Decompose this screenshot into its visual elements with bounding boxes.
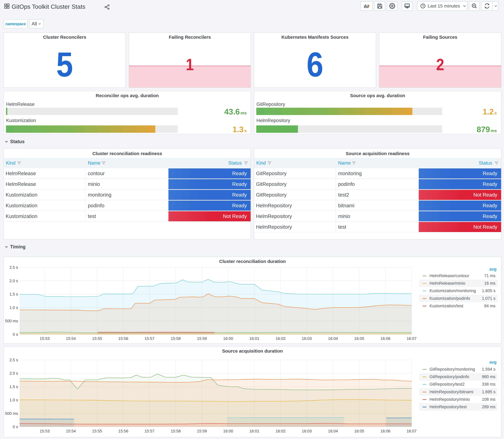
- svg-text:16:02: 16:02: [276, 429, 285, 433]
- svg-text:15:54: 15:54: [66, 336, 76, 341]
- svg-text:1.0 s: 1.0 s: [10, 398, 18, 402]
- svg-text:16:03: 16:03: [302, 336, 312, 341]
- svg-text:16:00: 16:00: [223, 336, 233, 341]
- svg-text:16:00: 16:00: [223, 429, 233, 433]
- svg-text:15:55: 15:55: [92, 429, 102, 433]
- svg-text:16:04: 16:04: [328, 336, 338, 341]
- svg-text:16:06: 16:06: [380, 429, 390, 433]
- svg-text:2.5 s: 2.5 s: [10, 358, 18, 362]
- svg-text:500 ms: 500 ms: [5, 411, 18, 416]
- svg-text:16:01: 16:01: [249, 336, 259, 341]
- svg-text:16:05: 16:05: [354, 429, 364, 433]
- svg-text:15:58: 15:58: [171, 429, 181, 433]
- svg-text:15:54: 15:54: [66, 429, 76, 433]
- svg-text:0 s: 0 s: [13, 425, 18, 429]
- svg-text:500 ms: 500 ms: [5, 319, 18, 323]
- svg-text:16:06: 16:06: [380, 336, 390, 341]
- svg-text:1.0 s: 1.0 s: [10, 305, 18, 310]
- svg-text:15:58: 15:58: [171, 336, 181, 341]
- svg-text:1.5 s: 1.5 s: [10, 292, 18, 296]
- svg-text:15:55: 15:55: [92, 336, 102, 341]
- svg-text:1.5 s: 1.5 s: [10, 384, 18, 389]
- svg-text:2.0 s: 2.0 s: [10, 279, 18, 283]
- svg-text:15:59: 15:59: [197, 429, 207, 433]
- svg-text:16:04: 16:04: [328, 429, 338, 433]
- svg-text:2.5 s: 2.5 s: [10, 265, 18, 270]
- svg-text:16:05: 16:05: [354, 336, 364, 341]
- svg-text:16:02: 16:02: [276, 336, 285, 341]
- svg-text:0 s: 0 s: [13, 332, 18, 337]
- svg-text:15:57: 15:57: [145, 429, 155, 433]
- svg-text:16:01: 16:01: [249, 429, 259, 433]
- svg-text:15:53: 15:53: [40, 336, 49, 341]
- svg-text:15:56: 15:56: [118, 336, 128, 341]
- svg-text:15:56: 15:56: [118, 429, 128, 433]
- svg-text:2.0 s: 2.0 s: [10, 371, 18, 376]
- svg-text:16:07: 16:07: [407, 336, 417, 341]
- svg-text:16:07: 16:07: [407, 429, 417, 433]
- svg-text:15:53: 15:53: [40, 429, 49, 433]
- svg-text:16:03: 16:03: [302, 429, 312, 433]
- svg-text:15:59: 15:59: [197, 336, 207, 341]
- svg-text:15:57: 15:57: [145, 336, 155, 341]
